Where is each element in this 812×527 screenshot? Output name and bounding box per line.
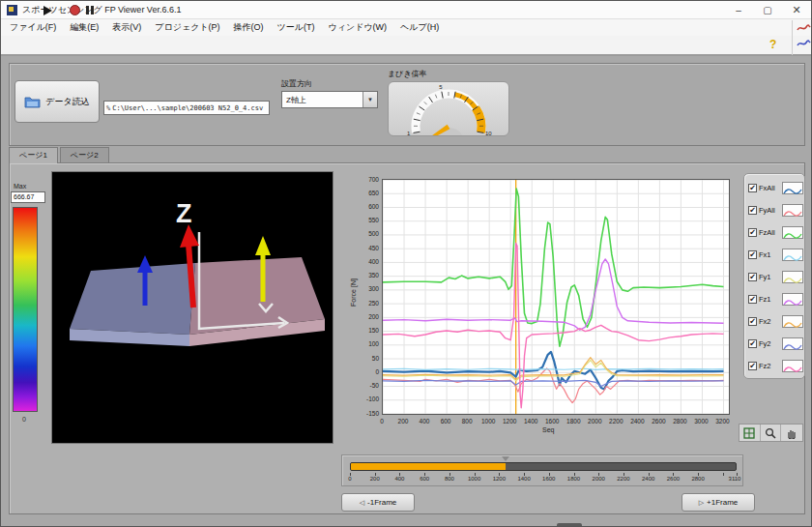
menu-item[interactable]: プロジェクト(P) [148,19,226,36]
legend-checkbox[interactable]: ✔ [748,273,757,281]
y-tick-label: 550 [351,217,379,223]
run-icon[interactable] [44,6,52,15]
logo-squiggle-red [798,25,810,30]
legend-line-swatch[interactable] [782,204,803,217]
legend-row: ✔FyAll [748,199,804,221]
y-tick-label: 450 [351,245,379,251]
pause-icon[interactable] [86,6,94,15]
y-tick-label: 50 [351,355,379,362]
legend-series-name: Fy1 [759,273,782,281]
scale-lock-icon[interactable] [740,425,761,441]
close-button[interactable]: ✕ [782,1,811,18]
left-arrow-icon: ◁ [360,499,364,507]
slider-tick-label: 3110 [722,476,747,482]
scale-max-label: Max [14,183,26,190]
page-tabs: ページ1ページ2 [9,147,111,163]
direction-label: 設置方向 [281,78,312,89]
tab-page-1[interactable]: ページ1 [9,147,58,163]
legend-row: ✔Fz2 [748,355,804,377]
waveform-plot[interactable] [382,179,730,415]
slider-tick-label: 1200 [486,476,511,482]
app-icon [7,5,17,15]
minimize-button[interactable]: – [724,1,753,18]
y-tick-label: 300 [351,285,379,292]
slider-handle[interactable] [502,456,509,461]
z-axis-label: Z [176,199,192,228]
file-path-field[interactable]: % C:\User\...\sample\200603 N52_0_4.csv [103,101,270,115]
legend-line-swatch[interactable] [782,271,803,283]
svg-text:10: 10 [485,131,492,135]
legend-series-name: FzAll [759,228,782,237]
legend-row: ✔Fz1 [748,288,804,310]
slider-tick-label: 2400 [636,476,661,482]
legend-line-swatch[interactable] [782,293,803,306]
menu-item[interactable]: ファイル(F) [3,19,63,36]
menu-item[interactable]: ヘルプ(H) [393,19,446,36]
legend-line-swatch[interactable] [782,337,803,350]
x-axis-label: Seq [542,426,554,433]
plot-legend: ✔FxAll✔FyAll✔FzAll✔Fx1✔Fy1✔Fz1✔Fx2✔Fy2✔F… [743,173,805,379]
legend-line-swatch[interactable] [782,182,803,194]
labview-logo-icons [796,22,811,53]
legend-checkbox[interactable]: ✔ [748,362,757,370]
file-path-value: C:\User\...\sample\200603 N52_0_4.csv [112,104,263,112]
y-tick-label: 100 [351,340,379,347]
legend-checkbox[interactable]: ✔ [748,317,757,326]
folder-icon [24,95,41,108]
graph-palette [739,424,803,442]
menu-item[interactable]: ウィンドウ(W) [322,19,394,36]
next-frame-button[interactable]: ▷ +1Frame [682,493,755,512]
force-plate-3d-view[interactable]: Z [51,171,334,444]
y-tick-label: 250 [351,300,379,307]
slider-tick-label: 2200 [611,476,636,482]
slider-tick-label: 1800 [562,476,587,482]
decimation-gauge[interactable]: 1510 [388,81,509,136]
maximize-button[interactable]: ▢ [753,1,782,18]
legend-series-name: Fx2 [759,317,782,326]
chevron-down-icon[interactable]: ▼ [362,92,377,107]
slider-tick-label: 400 [387,476,412,482]
y-tick-label: -100 [351,395,379,402]
slider-tick-label: 2000 [586,476,611,482]
help-icon[interactable]: ? [769,38,776,51]
direction-dropdown[interactable]: Z軸上 ▼ [281,91,378,108]
menu-item[interactable]: 表示(V) [105,19,148,36]
frame-slider[interactable]: 0200400600800100012001400160018002000220… [341,454,743,486]
slider-track[interactable] [350,462,737,471]
stop-icon[interactable] [70,5,80,15]
tab-page-2[interactable]: ページ2 [60,147,109,163]
legend-checkbox[interactable]: ✔ [748,206,757,215]
legend-checkbox[interactable]: ✔ [748,228,757,237]
legend-checkbox[interactable]: ✔ [748,184,757,192]
direction-value: Z軸上 [282,95,362,105]
app-window: スポーツセンシング FP Viewer Ver.6.6.1 – ▢ ✕ ファイル… [0,0,812,527]
next-frame-label: +1Frame [707,498,738,507]
legend-checkbox[interactable]: ✔ [748,295,757,304]
plate-left-half [70,263,195,335]
logo-squiggle-blue [798,41,810,45]
menu-item[interactable]: 操作(O) [227,19,271,36]
legend-line-swatch[interactable] [782,249,803,261]
zoom-tool-icon[interactable] [761,425,782,441]
menu-item[interactable]: ツール(T) [271,19,322,36]
legend-line-swatch[interactable] [782,315,803,328]
load-data-button[interactable]: データ読込 [14,80,100,123]
y-tick-label: 400 [351,258,379,265]
prev-frame-button[interactable]: ◁ -1Frame [341,493,415,512]
slider-tick-label: 1400 [511,476,536,482]
legend-line-swatch[interactable] [782,360,803,372]
legend-row: ✔Fx1 [748,244,804,266]
slider-tick-label: 200 [362,476,388,482]
toolbar [1,36,811,56]
scale-max-value[interactable]: 666.67 [11,191,45,203]
pan-hand-icon[interactable] [781,425,802,441]
legend-checkbox[interactable]: ✔ [748,339,757,348]
menu-item[interactable]: 編集(E) [63,19,105,36]
legend-line-swatch[interactable] [782,226,803,239]
y-tick-label: -50 [351,382,379,389]
slider-tick-label: 0 [337,476,362,482]
gauge-label: まびき倍率 [388,69,427,79]
legend-checkbox[interactable]: ✔ [748,250,757,259]
x-tick-label: 3200 [710,418,735,425]
force-arrow-right-head [255,236,271,255]
